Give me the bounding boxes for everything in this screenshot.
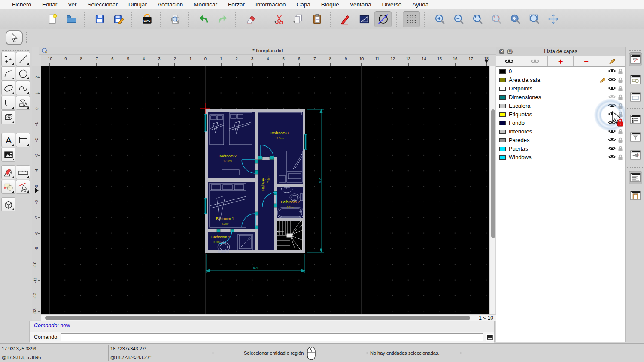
layer-row[interactable]: Fondo: [496, 119, 625, 127]
layer-row[interactable]: Etiquetas: [496, 110, 625, 119]
command-dock-button[interactable]: [629, 148, 642, 162]
drawing-canvas[interactable]: Bedroom 2 Bedroom 3 Bedroom 1 Bathroom 1…: [41, 66, 489, 314]
edit-layer-button[interactable]: [599, 56, 625, 66]
command-input[interactable]: [61, 333, 483, 341]
layer-visibility-eye-icon[interactable]: [608, 120, 616, 125]
delete-entities-button[interactable]: [242, 11, 259, 27]
select-entities-tool-button[interactable]: [16, 180, 30, 194]
layer-lock-icon[interactable]: [618, 129, 623, 135]
new-document-button[interactable]: [44, 11, 61, 27]
library-browser-dock-button[interactable]: [629, 90, 642, 104]
open-file-button[interactable]: [63, 11, 80, 27]
arc-tool-button[interactable]: [1, 66, 15, 81]
layer-visibility-eye-icon[interactable]: [608, 112, 616, 116]
zoom-window-button[interactable]: [526, 11, 543, 27]
layer-visibility-eye-icon[interactable]: [608, 77, 616, 82]
zoom-previous-button[interactable]: [507, 11, 524, 27]
menu-bloque[interactable]: Bloque: [321, 1, 339, 8]
spline-tool-button[interactable]: [16, 81, 30, 95]
menu-diverso[interactable]: Diverso: [382, 1, 401, 8]
draw-ornaments-tool-button[interactable]: [1, 165, 15, 179]
modify-tool-button[interactable]: [1, 180, 15, 194]
polygon-tool-button[interactable]: [16, 96, 30, 110]
show-all-layers-button[interactable]: [496, 56, 522, 66]
measure-tool-button[interactable]: [16, 165, 30, 179]
grid-toggle-button[interactable]: [403, 11, 420, 27]
cut-button[interactable]: [270, 11, 288, 27]
paste-button[interactable]: [308, 11, 325, 27]
menu-ver[interactable]: Ver: [68, 1, 76, 8]
menu-acotacion[interactable]: Acotación: [158, 1, 183, 8]
zoom-out-button[interactable]: [450, 11, 467, 27]
zoom-auto-button[interactable]: [469, 11, 486, 27]
undo-button[interactable]: [195, 11, 212, 27]
layer-lock-icon[interactable]: [618, 69, 623, 75]
layer-lock-icon[interactable]: [618, 103, 623, 109]
layer-lock-icon[interactable]: [618, 94, 623, 100]
layer-visibility-eye-icon[interactable]: [608, 94, 616, 99]
hide-all-layers-button[interactable]: [522, 56, 548, 66]
circle-tool-button[interactable]: [16, 66, 30, 81]
layer-row[interactable]: Defpoints: [496, 84, 625, 93]
box-3d-tool-button[interactable]: [1, 197, 15, 211]
vertical-scrollbar-thumb[interactable]: [491, 109, 495, 238]
image-tool-button[interactable]: [1, 148, 15, 162]
horizontal-scrollbar[interactable]: 1 < 10: [41, 314, 496, 321]
dimension-rect-button[interactable]: [355, 11, 373, 27]
layer-row[interactable]: Dimensiones: [496, 93, 625, 102]
ellipse-tool-button[interactable]: [1, 81, 15, 95]
dimension-tool-button[interactable]: [16, 133, 30, 147]
text-tool-button[interactable]: A: [1, 133, 15, 147]
line-tool-button[interactable]: [16, 52, 30, 66]
layer-visibility-eye-icon[interactable]: [608, 154, 616, 159]
zoom-pan-button[interactable]: [544, 11, 562, 27]
menu-seleccionar[interactable]: Seleccionar: [88, 1, 118, 8]
layer-visibility-eye-icon[interactable]: [608, 146, 616, 151]
menu-ayuda[interactable]: Ayuda: [412, 1, 428, 8]
layer-row[interactable]: Escalera: [496, 102, 625, 110]
menu-forzar[interactable]: Forzar: [228, 1, 245, 8]
layer-lock-icon[interactable]: [618, 137, 623, 143]
layer-list-dock-button[interactable]: [629, 52, 642, 66]
draft-mode-button[interactable]: [374, 11, 392, 27]
dock-collapse-arrow[interactable]: [35, 188, 39, 193]
entity-list-dock-button[interactable]: [629, 112, 642, 126]
add-layer-button[interactable]: ＋: [548, 56, 574, 66]
menu-editar[interactable]: Editar: [42, 1, 57, 8]
selection-tool-button[interactable]: [6, 30, 23, 45]
layer-lock-icon[interactable]: [618, 77, 623, 83]
layer-lock-icon[interactable]: [618, 86, 623, 92]
layer-row[interactable]: 0: [496, 67, 625, 76]
menu-modificar[interactable]: Modificar: [194, 1, 217, 8]
remove-layer-button[interactable]: −: [574, 56, 599, 66]
layer-visibility-eye-icon[interactable]: [608, 137, 616, 142]
zoom-selected-button[interactable]: [488, 11, 505, 27]
layer-row[interactable]: Área da sala: [496, 76, 625, 84]
layer-row[interactable]: Paredes: [496, 136, 625, 145]
hatch-tool-button[interactable]: [1, 110, 15, 124]
zoom-in-button[interactable]: [431, 11, 448, 27]
layer-lock-icon[interactable]: [618, 146, 623, 152]
layer-lock-icon[interactable]: [618, 112, 623, 118]
layer-row[interactable]: Windows: [496, 153, 625, 162]
layer-row[interactable]: Interiores: [496, 127, 625, 136]
points-tool-button[interactable]: [1, 52, 15, 66]
layer-visibility-eye-icon[interactable]: [608, 69, 616, 73]
clipboard-dock-button[interactable]: [629, 189, 642, 202]
print-preview-button[interactable]: [167, 11, 184, 27]
layer-visibility-eye-icon[interactable]: [608, 86, 616, 90]
menu-informacion[interactable]: Información: [255, 1, 286, 8]
layer-lock-icon[interactable]: [618, 154, 623, 160]
layer-visibility-eye-icon[interactable]: [608, 103, 616, 108]
menu-capa[interactable]: Capa: [297, 1, 310, 8]
menu-fichero[interactable]: Fichero: [12, 1, 31, 8]
layer-lock-icon[interactable]: [618, 120, 623, 126]
layer-visibility-eye-icon[interactable]: [608, 129, 616, 133]
pen-tool-button[interactable]: [337, 11, 354, 27]
command-options-dock-button[interactable]: [629, 171, 642, 184]
vertical-scrollbar[interactable]: [490, 66, 495, 314]
save-as-button[interactable]: [110, 11, 127, 27]
horizontal-scrollbar-thumb[interactable]: [45, 316, 470, 320]
svg-export-button[interactable]: SVG: [138, 11, 155, 27]
redo-button[interactable]: [214, 11, 231, 27]
